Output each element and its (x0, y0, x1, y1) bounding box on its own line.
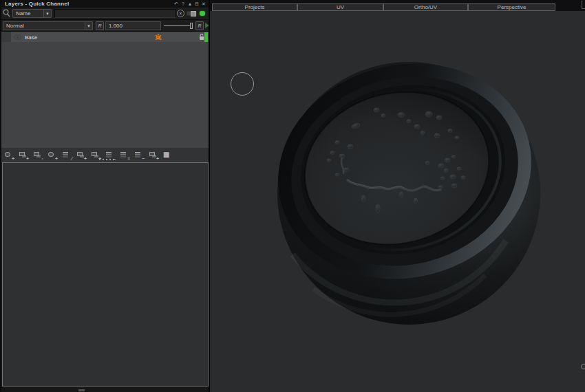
clear-search-icon[interactable]: ✕ (177, 10, 184, 17)
icon-badge: + (26, 156, 29, 161)
panel-titlebar-icons: ↶?▲⊟✕ (173, 0, 206, 8)
layers-panel-titlebar[interactable]: Layers - Quick Channel ↶?▲⊟✕ (1, 0, 209, 8)
reset-opacity-button[interactable]: R (195, 21, 204, 30)
layer-stack-glyph (77, 152, 83, 156)
blend-controls-row: Normal ▼ R 1.000 R (1, 19, 209, 31)
icon-badge: ≡ (127, 156, 130, 161)
paint-splat-icon (154, 34, 162, 41)
icon-badge: ∕ (72, 156, 72, 161)
remove-layer-icon[interactable]: − (134, 151, 144, 160)
icon-badge: + (156, 156, 159, 161)
layer-stack-glyph (34, 152, 39, 156)
search-filter-label: Name (13, 10, 43, 17)
viewport: ProjectsUVOrtho/UVPerspective (210, 0, 585, 392)
close-panel-icon[interactable]: ✕ (201, 1, 206, 7)
layer-search-row: Name ▼ ✕ (1, 8, 209, 19)
new-group-layer-icon[interactable]: ▫ (33, 151, 43, 160)
icon-badge: ▫ (42, 156, 43, 161)
share-layer-icon[interactable]: + (149, 151, 158, 160)
blend-mode-label: Normal (3, 22, 85, 30)
application-window: Layers - Quick Channel ↶?▲⊟✕ Name ▼ ✕ No… (0, 0, 585, 392)
opacity-slider-track (164, 25, 190, 26)
layer-stack-glyph (106, 152, 111, 153)
panel-bottom-strip (1, 386, 209, 392)
layer-stack-glyph (120, 152, 126, 153)
help-icon[interactable]: ? (180, 1, 186, 7)
reset-blend-button[interactable]: R (96, 21, 104, 30)
layer-list[interactable]: Base (1, 31, 209, 148)
layer-stack-glyph (135, 152, 140, 153)
add-graph-layer-icon[interactable]: + (76, 151, 86, 160)
chevron-down-icon: ▼ (43, 10, 51, 17)
chevron-down-icon: ▼ (85, 22, 92, 30)
icon-badge: + (84, 156, 87, 161)
toolbar-drag-handle[interactable] (99, 159, 116, 161)
opacity-slider-handle[interactable] (190, 23, 193, 29)
layer-name: Base (25, 34, 37, 41)
collapse-panel-icon[interactable]: ▲ (187, 1, 193, 7)
layer-stack-glyph (92, 152, 97, 156)
secondary-list-panel[interactable] (2, 162, 209, 386)
brush-cursor-circle (231, 72, 254, 96)
layer-stack-glyph (19, 152, 25, 156)
grid-view-icon[interactable]: ▦ (163, 151, 173, 160)
panel-title: Layers - Quick Channel (1, 1, 69, 7)
layer-row-gutter (1, 32, 11, 42)
visibility-eye-icon[interactable] (14, 34, 21, 40)
icon-badge: + (55, 156, 58, 161)
float-panel-icon[interactable]: ⊟ (194, 1, 200, 7)
opacity-slider[interactable] (164, 21, 193, 30)
panel-resize-notch[interactable] (78, 389, 85, 391)
icon-badge: ▦ (163, 151, 173, 161)
layer-selected-bar (204, 32, 208, 42)
search-filter-dropdown[interactable]: Name ▼ (12, 9, 52, 18)
add-procedural-layer-icon[interactable]: + (47, 151, 57, 160)
add-adjustment-layer-icon[interactable]: ∕ (62, 151, 72, 160)
edge-clipped-dot (581, 364, 585, 369)
layer-stack-glyph (149, 152, 155, 156)
add-paint-layer-icon[interactable]: + (4, 151, 14, 160)
search-input[interactable] (54, 9, 176, 18)
filter-toggle-knob[interactable] (191, 11, 196, 17)
undock-panel-icon[interactable]: ↶ (173, 1, 179, 7)
green-status-dot (200, 11, 205, 16)
icon-badge: + (12, 156, 14, 161)
layer-row-base[interactable]: Base (1, 32, 209, 42)
layers-panel: Layers - Quick Channel ↶?▲⊟✕ Name ▼ ✕ No… (0, 0, 209, 392)
layer-stack-glyph (48, 152, 54, 157)
list-view-icon[interactable]: ≡ (120, 151, 129, 160)
search-icon (3, 9, 10, 17)
layer-stack-glyph (63, 152, 68, 153)
layer-stack-glyph (5, 152, 10, 157)
blend-mode-dropdown[interactable]: Normal ▼ (3, 21, 93, 30)
opacity-value-field[interactable]: 1.000 (105, 21, 161, 30)
add-channel-layer-icon[interactable]: + (19, 151, 28, 160)
filter-toggle[interactable] (187, 11, 197, 16)
icon-badge: − (142, 156, 145, 161)
viewport-canvas[interactable] (210, 0, 585, 392)
